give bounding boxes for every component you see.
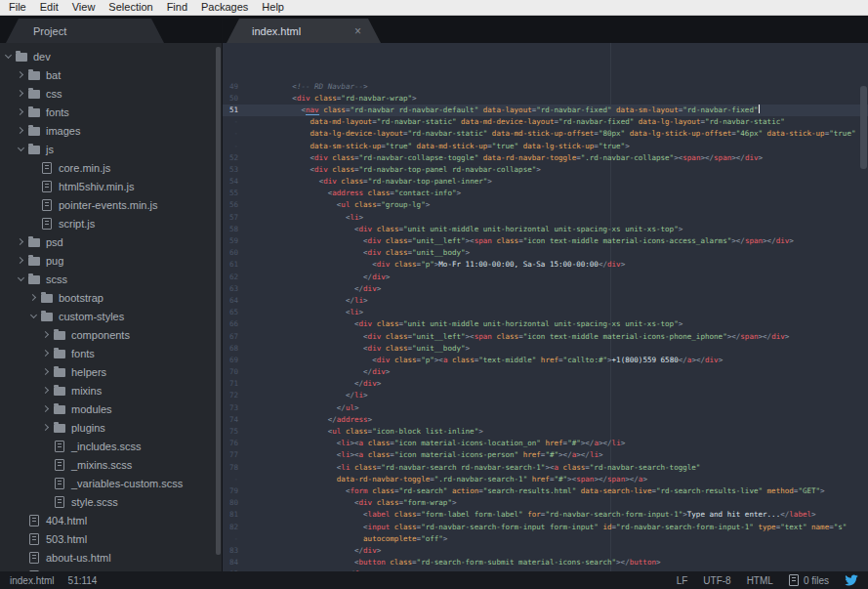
code-line-66[interactable]: 66 <div class="unit unit-middle unit-hor…: [223, 318, 868, 330]
tree-item-custom-styles[interactable]: custom-styles: [0, 307, 216, 325]
line-number[interactable]: 58: [223, 224, 238, 235]
menu-item-find[interactable]: Find: [160, 0, 194, 15]
line-number[interactable]: 71: [223, 378, 238, 390]
tree-item-images[interactable]: images: [0, 121, 216, 140]
code-line-69[interactable]: 69 <div class="p"><a class="text-middle"…: [223, 355, 868, 366]
chevron-down-icon[interactable]: [16, 273, 28, 285]
line-number[interactable]: 68: [223, 343, 238, 355]
line-number[interactable]: 85: [223, 568, 238, 571]
tree-item-bat[interactable]: bat: [0, 65, 216, 84]
code-line-54[interactable]: 54 <div class="rd-navbar-top-panel-inner…: [223, 176, 868, 188]
code-line-51[interactable]: 51 <nav class="rd-navbar rd-navbar-defau…: [223, 105, 868, 116]
line-number[interactable]: 73: [223, 402, 238, 414]
line-number[interactable]: 80: [223, 497, 238, 509]
tree-item-html5shiv-min-js[interactable]: html5shiv.min.js: [0, 177, 216, 195]
code-line-80[interactable]: 80 <div class="form-wrap">: [223, 497, 868, 509]
tree-item-pug[interactable]: pug: [0, 251, 216, 270]
tree-item-components[interactable]: components: [0, 325, 216, 344]
tree-item-about-us-html[interactable]: about-us.html: [0, 548, 216, 567]
line-number[interactable]: 53: [223, 164, 238, 176]
tree-item-modules[interactable]: modules: [0, 400, 216, 418]
tree-item-script-js[interactable]: script.js: [0, 214, 216, 232]
menu-item-packages[interactable]: Packages: [194, 0, 255, 15]
line-number[interactable]: 79: [223, 485, 238, 497]
line-number[interactable]: 70: [223, 366, 238, 378]
code-line-84[interactable]: 84 <button class="rd-search-form-submit …: [223, 557, 868, 568]
chevron-right-icon[interactable]: [41, 365, 54, 378]
chevron-right-icon[interactable]: [16, 254, 28, 267]
tree-item-404-html[interactable]: 404.html: [0, 511, 216, 529]
tree-item-fonts[interactable]: fonts: [0, 344, 216, 362]
code-line-78[interactable]: 78 <li class="rd-navbar-search rd-navbar…: [223, 462, 868, 474]
code-line-wrap[interactable]: - data-sm-stick-up="true" data-md-stick-…: [223, 141, 868, 152]
sidebar-scrollbar[interactable]: [216, 47, 221, 555]
tree-item-scss[interactable]: scss: [0, 270, 216, 288]
line-number[interactable]: 83: [223, 545, 238, 557]
menu-item-edit[interactable]: Edit: [33, 0, 65, 15]
tree-item-bootstrap[interactable]: bootstrap: [0, 288, 216, 307]
code-line-49[interactable]: 49 <!-- RD Navbar-->: [223, 81, 868, 93]
code-line-82[interactable]: 82 <input class="rd-navbar-search-form-i…: [223, 522, 868, 533]
line-number[interactable]: 75: [223, 426, 238, 438]
line-number[interactable]: 66: [223, 318, 238, 330]
line-number[interactable]: 52: [223, 152, 238, 164]
code-line-73[interactable]: 73 </ul>: [223, 402, 868, 414]
sidebar-header-project[interactable]: Project: [6, 19, 164, 43]
code-line-79[interactable]: 79 <form class="rd-search" action="searc…: [223, 485, 868, 497]
line-number[interactable]: 55: [223, 188, 238, 199]
line-number[interactable]: 57: [223, 212, 238, 224]
tree-item-fonts[interactable]: fonts: [0, 103, 216, 121]
code-line-56[interactable]: 56 <ul class="group-lg">: [223, 199, 868, 211]
code-line-55[interactable]: 55 <address class="contact-info">: [223, 188, 868, 199]
line-number[interactable]: 51: [223, 105, 238, 116]
code-line-64[interactable]: 64 </li>: [223, 295, 868, 307]
chevron-right-icon[interactable]: [41, 421, 54, 434]
code-line-60[interactable]: 60 <div class="unit__body">: [223, 247, 868, 259]
line-number[interactable]: 74: [223, 414, 238, 426]
code-line-85[interactable]: 85 </form>: [223, 568, 868, 571]
tree-item-includes-scss[interactable]: _includes.scss: [0, 437, 216, 455]
code-line-wrap[interactable]: - autocomplete="off">: [223, 533, 868, 545]
code-line-58[interactable]: 58 <div class="unit unit-middle unit-hor…: [223, 224, 868, 235]
line-number[interactable]: 59: [223, 235, 238, 247]
tab-index-html[interactable]: index.html ×: [227, 19, 381, 43]
code-line-52[interactable]: 52 <div class="rd-navbar-collapse-toggle…: [223, 152, 868, 164]
line-number[interactable]: 50: [223, 93, 238, 105]
line-number[interactable]: 63: [223, 283, 238, 295]
tree-item-css[interactable]: css: [0, 84, 216, 103]
tree-item-style-scss[interactable]: style.scss: [0, 492, 216, 511]
chevron-right-icon[interactable]: [28, 291, 41, 304]
line-number[interactable]: 76: [223, 438, 238, 449]
close-icon[interactable]: ×: [354, 26, 361, 36]
line-number[interactable]: 77: [223, 449, 238, 461]
code-line-77[interactable]: 77 <li><a class="icon material-icons-per…: [223, 449, 868, 461]
code-line-70[interactable]: 70 </div>: [223, 366, 868, 378]
code-line-67[interactable]: 67 <div class="unit__left"><span class="…: [223, 331, 868, 343]
menu-item-view[interactable]: View: [65, 0, 103, 15]
menu-item-selection[interactable]: Selection: [102, 0, 159, 15]
menu-item-file[interactable]: File: [2, 0, 33, 15]
code-line-59[interactable]: 59 <div class="unit__left"><span class="…: [223, 235, 868, 247]
chevron-right-icon[interactable]: [41, 347, 54, 359]
status-syntax[interactable]: HTML: [747, 575, 773, 586]
chevron-right-icon[interactable]: [16, 124, 28, 137]
line-number[interactable]: 81: [223, 509, 238, 521]
tree-item-pointer-events-min-js[interactable]: pointer-events.min.js: [0, 195, 216, 214]
line-number[interactable]: 67: [223, 331, 238, 343]
tree-item-dev[interactable]: dev: [0, 47, 216, 65]
editor-scrollbar[interactable]: [860, 86, 867, 169]
code-editor[interactable]: 49 <!-- RD Navbar-->50 <div class="rd-na…: [223, 43, 868, 571]
line-number[interactable]: 82: [223, 522, 238, 533]
line-number[interactable]: 64: [223, 295, 238, 307]
cursor-position[interactable]: 51:114: [68, 575, 98, 586]
code-line-53[interactable]: 53 <div class="rd-navbar-top-panel rd-na…: [223, 164, 868, 176]
line-number[interactable]: 62: [223, 272, 238, 283]
menu-item-help[interactable]: Help: [255, 0, 291, 15]
tree-item-mixins[interactable]: mixins: [0, 381, 216, 400]
code-line-65[interactable]: 65 <li>: [223, 307, 868, 318]
chevron-right-icon[interactable]: [41, 402, 54, 415]
line-number[interactable]: 60: [223, 247, 238, 259]
tree-item-mixins-scss[interactable]: _mixins.scss: [0, 455, 216, 474]
tree-item-helpers[interactable]: helpers: [0, 362, 216, 381]
code-line-83[interactable]: 83 </div>: [223, 545, 868, 557]
